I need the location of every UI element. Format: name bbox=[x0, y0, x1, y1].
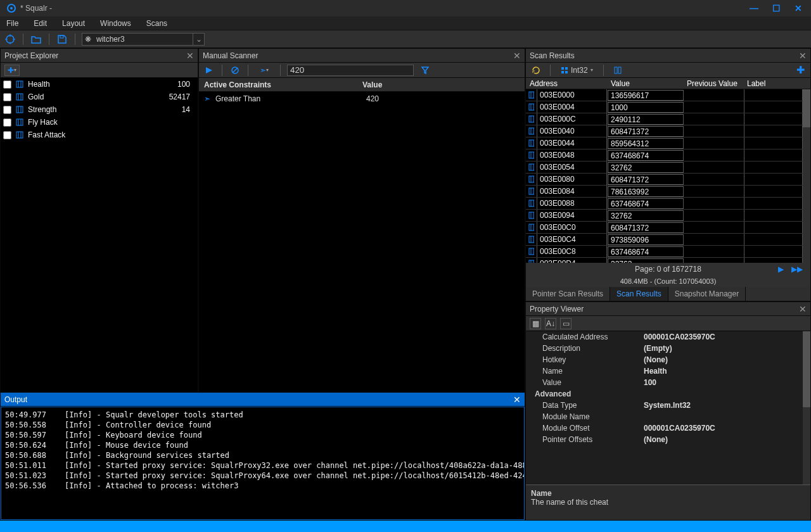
scrollbar[interactable] bbox=[803, 331, 810, 484]
result-row[interactable]: 003E0044 859564312 bbox=[526, 137, 803, 149]
project-item[interactable]: Gold 52417 bbox=[1, 91, 198, 103]
result-row[interactable]: 003E000C 2490112 bbox=[526, 113, 803, 125]
svg-rect-11 bbox=[16, 94, 23, 100]
result-row[interactable]: 003E0004 1000 bbox=[526, 101, 803, 113]
result-row[interactable]: 003E00C4 973859096 bbox=[526, 234, 803, 246]
result-row[interactable]: 003E0040 608471372 bbox=[526, 125, 803, 137]
constraint-dropdown[interactable]: ➣▾ bbox=[255, 64, 274, 77]
output-console[interactable]: 50:49.977 [Info] - Squalr developer tool… bbox=[1, 407, 525, 520]
menu-file[interactable]: File bbox=[6, 19, 18, 28]
result-row[interactable]: 003E0080 608471372 bbox=[526, 174, 803, 186]
cheat-checkbox[interactable] bbox=[3, 93, 11, 101]
property-row[interactable]: Module Name bbox=[526, 411, 803, 422]
property-row[interactable]: NameHealth bbox=[526, 365, 803, 377]
property-row[interactable]: Description(Empty) bbox=[526, 343, 803, 354]
project-item[interactable]: Health 100 bbox=[1, 78, 198, 91]
property-row[interactable]: Module Offset000001CA0235970C bbox=[526, 422, 803, 434]
cheat-checkbox[interactable] bbox=[3, 118, 11, 127]
sort-icon[interactable]: A↓ bbox=[545, 318, 556, 329]
result-value[interactable]: 32762 bbox=[608, 210, 684, 221]
close-icon[interactable]: ✕ bbox=[186, 51, 194, 61]
memory-icon bbox=[526, 198, 537, 209]
results-status: 408.4MB - (Count: 107054003) bbox=[526, 276, 810, 287]
add-button[interactable]: ✚▾ bbox=[4, 65, 20, 76]
add-result-icon[interactable]: ✚ bbox=[794, 64, 807, 77]
close-icon[interactable]: ✕ bbox=[799, 51, 807, 61]
maximize-button[interactable]: ☐ bbox=[772, 3, 781, 13]
minimize-button[interactable]: — bbox=[750, 3, 758, 13]
tab-snapshot-manager[interactable]: Snapshot Manager bbox=[668, 287, 746, 301]
project-item[interactable]: Fly Hack bbox=[1, 116, 198, 129]
result-value[interactable]: 2490112 bbox=[608, 114, 684, 125]
project-item[interactable]: Fast Attack bbox=[1, 129, 198, 141]
refresh-icon[interactable] bbox=[530, 64, 542, 77]
result-row[interactable]: 003E00C0 608471372 bbox=[526, 222, 803, 234]
result-value[interactable]: 637468674 bbox=[608, 198, 684, 209]
target-icon[interactable] bbox=[4, 33, 16, 46]
tab-scan-results[interactable]: Scan Results bbox=[610, 287, 668, 301]
result-value[interactable]: 637468674 bbox=[608, 246, 684, 257]
menu-scans[interactable]: Scans bbox=[146, 19, 167, 28]
constraint-row[interactable]: ➣ Greater Than 420 bbox=[199, 92, 525, 106]
scrollbar[interactable] bbox=[803, 89, 810, 263]
cheat-checkbox[interactable] bbox=[3, 80, 11, 89]
play-icon[interactable] bbox=[203, 64, 215, 77]
result-value[interactable]: 136596617 bbox=[608, 90, 684, 101]
log-line: 50:50.688 [Info] - Background services s… bbox=[5, 450, 520, 460]
property-row[interactable]: Data TypeSystem.Int32 bbox=[526, 400, 803, 411]
result-value[interactable]: 1000 bbox=[608, 102, 684, 113]
close-icon[interactable]: ✕ bbox=[513, 51, 521, 61]
result-value[interactable]: 973859096 bbox=[608, 234, 684, 245]
stop-icon[interactable] bbox=[229, 64, 241, 77]
last-page-icon[interactable]: ▶▶ bbox=[791, 265, 803, 274]
menu-layout[interactable]: Layout bbox=[62, 19, 85, 28]
categorize-icon[interactable]: ▦ bbox=[530, 318, 541, 329]
property-grid[interactable]: Calculated Address000001CA0235970CDescri… bbox=[526, 331, 803, 484]
cheat-checkbox[interactable] bbox=[3, 106, 11, 114]
close-button[interactable]: ✕ bbox=[795, 3, 802, 13]
tab-pointer-results[interactable]: Pointer Scan Results bbox=[526, 287, 610, 301]
result-value[interactable]: 608471372 bbox=[608, 126, 684, 137]
cheat-checkbox[interactable] bbox=[3, 131, 11, 139]
result-row[interactable]: 003E0094 32762 bbox=[526, 210, 803, 222]
results-table[interactable]: 003E0000 136596617 003E0004 1000 003E000… bbox=[526, 89, 803, 263]
result-address: 003E0080 bbox=[537, 174, 607, 185]
result-value[interactable]: 859564312 bbox=[608, 138, 684, 149]
menu-windows[interactable]: Windows bbox=[100, 19, 131, 28]
memory-icon bbox=[15, 92, 24, 101]
property-row[interactable]: Value100 bbox=[526, 377, 803, 388]
open-icon[interactable] bbox=[30, 33, 42, 46]
result-value[interactable]: 637468674 bbox=[608, 150, 684, 161]
next-page-icon[interactable]: ▶ bbox=[778, 265, 784, 274]
property-row[interactable]: Advanced bbox=[526, 388, 803, 400]
property-row[interactable]: Hotkey(None) bbox=[526, 354, 803, 365]
result-row[interactable]: 003E0048 637468674 bbox=[526, 149, 803, 162]
result-row[interactable]: 003E0000 136596617 bbox=[526, 89, 803, 101]
data-type-dropdown[interactable]: Int32 ▾ bbox=[558, 64, 596, 77]
prop-key: Value bbox=[542, 378, 644, 387]
result-value[interactable]: 32762 bbox=[608, 258, 684, 263]
result-value[interactable]: 608471372 bbox=[608, 222, 684, 233]
result-row[interactable]: 003E00C8 637468674 bbox=[526, 246, 803, 258]
chevron-down-icon[interactable]: ⌄ bbox=[193, 34, 204, 45]
scan-value-input[interactable] bbox=[287, 65, 414, 76]
filter-icon[interactable] bbox=[419, 64, 431, 77]
result-row[interactable]: 003E0088 637468674 bbox=[526, 198, 803, 210]
columns-icon[interactable] bbox=[611, 64, 624, 77]
log-line: 50:50.597 [Info] - Keyboard device found bbox=[5, 430, 520, 440]
result-row[interactable]: 003E0084 786163992 bbox=[526, 186, 803, 198]
close-icon[interactable]: ✕ bbox=[513, 395, 521, 405]
menu-edit[interactable]: Edit bbox=[34, 19, 47, 28]
project-item[interactable]: Strength 14 bbox=[1, 103, 198, 116]
property-row[interactable]: Pointer Offsets(None) bbox=[526, 434, 803, 445]
result-row[interactable]: 003E00D4 32762 bbox=[526, 258, 803, 263]
property-row[interactable]: Calculated Address000001CA0235970C bbox=[526, 331, 803, 343]
process-selector[interactable]: ❋ witcher3 ⌄ bbox=[82, 33, 205, 46]
close-icon[interactable]: ✕ bbox=[799, 304, 807, 314]
result-value[interactable]: 32762 bbox=[608, 162, 684, 173]
result-row[interactable]: 003E0054 32762 bbox=[526, 162, 803, 174]
save-icon[interactable] bbox=[56, 33, 68, 46]
result-value[interactable]: 608471372 bbox=[608, 174, 684, 185]
result-value[interactable]: 786163992 bbox=[608, 186, 684, 197]
page-icon[interactable]: ▭ bbox=[560, 318, 572, 329]
